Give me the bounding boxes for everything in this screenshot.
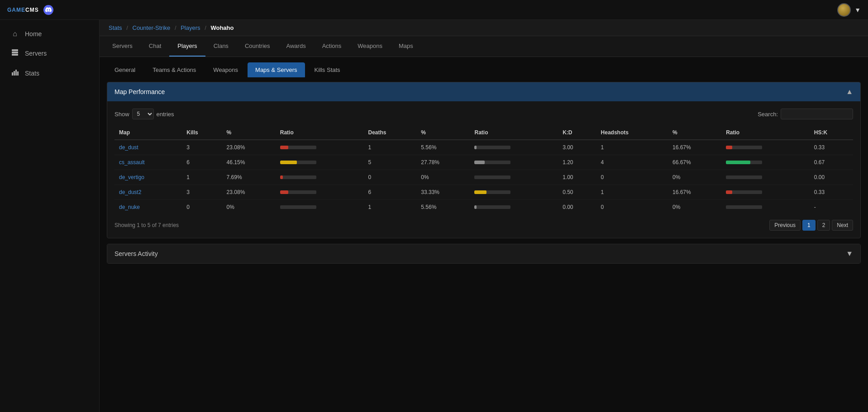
svg-rect-6	[17, 71, 19, 76]
map-performance-body: Show 5 10 25 50 entries Search:	[107, 101, 860, 238]
cell-hs-pct: 16.67%	[668, 140, 721, 155]
show-entries: Show 5 10 25 50 entries	[114, 109, 174, 119]
cell-map: de_nuke	[114, 200, 182, 215]
layout: ⌂ Home Servers Stats Stats / Counter-Str…	[0, 20, 868, 412]
search-label: Search:	[758, 111, 778, 118]
svg-rect-2	[12, 54, 18, 56]
tab-clans[interactable]: Clans	[205, 36, 237, 57]
servers-icon	[10, 49, 19, 58]
sidebar-item-home[interactable]: ⌂ Home	[0, 24, 99, 43]
tab-maps[interactable]: Maps	[391, 36, 421, 57]
map-link[interactable]: de_nuke	[119, 204, 140, 210]
cell-kills-pct: 23.08%	[222, 185, 276, 200]
sub-tabs: General Teams & Actions Weapons Maps & S…	[100, 57, 868, 77]
cell-hsk: 0.33	[810, 185, 853, 200]
svg-rect-1	[12, 52, 18, 53]
cell-kills: 6	[182, 155, 222, 170]
tab-actions[interactable]: Actions	[314, 36, 350, 57]
cell-hs-pct: 16.67%	[668, 185, 721, 200]
entries-select[interactable]: 5 10 25 50	[132, 109, 154, 119]
cell-hsk: 0.00	[810, 170, 853, 185]
search-box: Search:	[758, 109, 853, 119]
cell-kd: 3.00	[558, 140, 596, 155]
svg-rect-0	[12, 49, 18, 51]
next-button[interactable]: Next	[832, 220, 853, 231]
cell-hs-bar	[721, 170, 810, 185]
tab-players[interactable]: Players	[169, 36, 205, 57]
sidebar-item-label-home: Home	[25, 30, 42, 38]
progress-bar	[726, 205, 762, 209]
user-dropdown-arrow[interactable]: ▼	[854, 6, 861, 14]
topbar-left: GAMECMS	[7, 5, 53, 15]
map-link[interactable]: de_dust	[119, 144, 138, 151]
subtab-kills-stats[interactable]: Kills Stats	[307, 62, 348, 77]
breadcrumb-cs[interactable]: Counter-Strike	[133, 24, 171, 31]
tab-weapons[interactable]: Weapons	[349, 36, 391, 57]
sidebar-item-stats[interactable]: Stats	[0, 63, 99, 83]
subtab-teams-actions[interactable]: Teams & Actions	[145, 62, 204, 77]
progress-bar	[474, 190, 510, 194]
cell-hs-pct: 66.67%	[668, 155, 721, 170]
map-performance-card: Map Performance ▲ Show 5 10 25 50	[107, 82, 861, 238]
stats-icon	[10, 69, 19, 78]
subtab-general[interactable]: General	[107, 62, 143, 77]
servers-activity-header[interactable]: Servers Activity ▼	[107, 244, 860, 263]
progress-bar	[280, 205, 316, 209]
cell-kd: 1.20	[558, 155, 596, 170]
page-1-button[interactable]: 1	[802, 220, 816, 231]
topbar-right: ▼	[837, 3, 861, 17]
prev-button[interactable]: Previous	[769, 220, 801, 231]
nav-tabs: Servers Chat Players Clans Countries Awa…	[100, 36, 868, 57]
cell-hs-bar	[721, 185, 810, 200]
tab-servers[interactable]: Servers	[104, 36, 141, 57]
breadcrumb-sep-3: /	[205, 24, 206, 31]
breadcrumb-players[interactable]: Players	[181, 24, 200, 31]
svg-rect-4	[14, 71, 15, 76]
col-kills: Kills	[182, 126, 222, 140]
cell-hs-bar	[721, 200, 810, 215]
entries-label: entries	[157, 111, 174, 118]
cell-deaths-pct: 5.56%	[416, 140, 470, 155]
cell-kills-bar	[276, 170, 364, 185]
page-2-button[interactable]: 2	[817, 220, 830, 231]
servers-activity-card: Servers Activity ▼	[107, 244, 861, 264]
cell-headshots: 4	[596, 155, 668, 170]
tab-awards[interactable]: Awards	[278, 36, 314, 57]
sidebar-item-servers[interactable]: Servers	[0, 43, 99, 63]
col-kills-pct: %	[222, 126, 276, 140]
progress-bar	[280, 175, 316, 179]
cell-kd: 0.00	[558, 200, 596, 215]
sidebar: ⌂ Home Servers Stats	[0, 20, 100, 412]
cell-headshots: 1	[596, 185, 668, 200]
subtab-maps-servers[interactable]: Maps & Servers	[248, 62, 305, 77]
subtab-weapons[interactable]: Weapons	[205, 62, 246, 77]
progress-bar	[726, 146, 762, 149]
breadcrumb-stats[interactable]: Stats	[109, 24, 122, 31]
map-link[interactable]: de_dust2	[119, 189, 141, 195]
cell-kills: 0	[182, 200, 222, 215]
map-performance-title: Map Performance	[114, 88, 165, 95]
svg-rect-5	[15, 70, 17, 76]
cell-deaths: 5	[363, 155, 416, 170]
col-hsk: HS:K	[810, 126, 853, 140]
col-headshots: Headshots	[596, 126, 668, 140]
cell-kills-pct: 46.15%	[222, 155, 276, 170]
table-row: de_dust323.08%15.56%3.00116.67%0.33	[114, 140, 853, 155]
progress-bar	[474, 175, 510, 179]
map-performance-toggle: ▲	[846, 88, 853, 96]
cell-deaths-bar	[470, 155, 558, 170]
col-hs-pct: %	[668, 126, 721, 140]
cell-kills-pct: 0%	[222, 200, 276, 215]
cell-deaths-bar	[470, 200, 558, 215]
content-area: Map Performance ▲ Show 5 10 25 50	[100, 77, 868, 278]
map-link[interactable]: cs_assault	[119, 159, 145, 166]
map-performance-header[interactable]: Map Performance ▲	[107, 82, 860, 101]
main-content: Stats / Counter-Strike / Players / Wohah…	[100, 20, 868, 412]
tab-chat[interactable]: Chat	[141, 36, 169, 57]
cell-kills: 3	[182, 140, 222, 155]
cell-map: de_dust	[114, 140, 182, 155]
discord-icon[interactable]	[43, 5, 53, 15]
map-link[interactable]: de_vertigo	[119, 174, 144, 180]
tab-countries[interactable]: Countries	[237, 36, 278, 57]
search-input[interactable]	[781, 109, 853, 119]
